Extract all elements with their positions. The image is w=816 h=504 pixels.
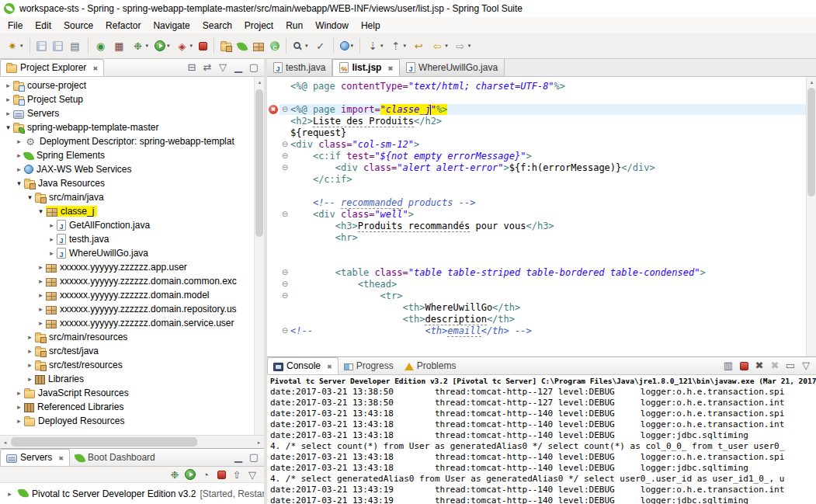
menu-navigate[interactable]: Navigate <box>147 19 196 33</box>
menu-run[interactable]: Run <box>280 19 309 33</box>
resume-button[interactable]: ◉ <box>92 36 110 55</box>
view-tab-boot-dashboard[interactable]: Boot Dashboard <box>70 449 161 466</box>
expand-arrow-icon[interactable] <box>14 137 24 145</box>
expand-arrow-icon[interactable] <box>14 417 24 425</box>
tree-item[interactable]: Spring Elements <box>0 148 264 162</box>
editor-tab-list-jsp[interactable]: list.jsp <box>332 59 400 76</box>
console-output[interactable]: Pivotal tc Server Developer Edition v3.2… <box>267 375 816 504</box>
back-button[interactable]: ⇦▾ <box>428 36 451 55</box>
expand-arrow-icon[interactable] <box>14 389 24 397</box>
terminate-button[interactable] <box>737 359 751 372</box>
new-package-button[interactable] <box>250 36 267 55</box>
expand-arrow-icon[interactable] <box>47 249 57 257</box>
start-server-button[interactable] <box>183 468 197 481</box>
fold-minus-icon[interactable] <box>280 151 290 160</box>
expand-arrow-icon[interactable] <box>47 235 57 243</box>
project-explorer-tree[interactable]: course-projectProject SetupServersspring… <box>0 77 264 435</box>
hscroll-thumb[interactable] <box>11 437 197 447</box>
scroll-left-icon[interactable] <box>0 436 10 449</box>
tree-item[interactable]: GetAllFonction.java <box>0 218 264 232</box>
dropdown-arrow-icon[interactable]: ▾ <box>445 43 448 49</box>
expand-arrow-icon[interactable] <box>36 277 46 285</box>
menu-window[interactable]: Window <box>309 19 355 33</box>
new-java-project-button[interactable] <box>217 36 234 55</box>
scroll-up-icon[interactable] <box>807 77 816 87</box>
collapse-all-button[interactable]: ⊟ <box>185 61 199 74</box>
project-explorer-hscrollbar[interactable] <box>0 435 264 448</box>
search-button[interactable]: ▾ <box>290 36 311 55</box>
view-tab-project-explorer[interactable]: Project Explorer <box>0 59 104 76</box>
new-class-button[interactable] <box>267 36 283 55</box>
next-annotation-button[interactable]: ⇣▾ <box>363 36 387 55</box>
expand-arrow-icon[interactable] <box>14 179 24 187</box>
view-tab-progress[interactable]: Progress <box>339 357 399 374</box>
close-view-icon[interactable] <box>58 452 64 463</box>
external-tools-button[interactable]: ◈▾ <box>173 36 196 55</box>
menu-help[interactable]: Help <box>355 19 387 33</box>
fold-minus-icon[interactable] <box>280 105 290 113</box>
dropdown-arrow-icon[interactable]: ▾ <box>305 43 308 49</box>
tree-scroll-thumb[interactable] <box>255 89 263 237</box>
fold-minus-icon[interactable] <box>280 268 290 276</box>
pe-minimize-button[interactable]: ▁ <box>231 61 245 74</box>
tree-item[interactable]: src/test/java <box>0 344 264 358</box>
tree-item[interactable]: testh.java <box>0 232 264 246</box>
fold-minus-icon[interactable] <box>280 326 290 335</box>
expand-arrow-icon[interactable] <box>5 490 15 498</box>
expand-arrow-icon[interactable] <box>25 347 35 355</box>
remove-all-launches-button[interactable]: ✖ <box>768 359 782 372</box>
servers-maximize-button[interactable]: ▢ <box>247 450 261 464</box>
expand-arrow-icon[interactable] <box>3 82 13 89</box>
dropdown-arrow-icon[interactable]: ▾ <box>190 43 193 49</box>
tree-item[interactable]: JAX-WS Web Services <box>0 162 264 176</box>
tree-item[interactable]: Deployed Resources <box>0 414 264 428</box>
publish-server-button[interactable]: ⇧ <box>230 468 244 481</box>
scroll-up-icon[interactable] <box>255 77 264 87</box>
dropdown-arrow-icon[interactable]: ▾ <box>351 43 354 49</box>
expand-arrow-icon[interactable] <box>3 109 13 117</box>
tree-item[interactable]: src/test/resources <box>0 358 264 372</box>
tree-item[interactable]: Servers <box>0 106 264 120</box>
tree-item[interactable]: Libraries <box>0 372 264 386</box>
tree-item[interactable]: ⚙Deployment Descriptor: spring-webapp-te… <box>0 134 264 148</box>
editor-tab-testh-java[interactable]: testh.java <box>267 59 332 76</box>
scroll-right-icon[interactable] <box>254 436 264 449</box>
editor-tab-whereuwillgo-java[interactable]: WhereUwillGo.java <box>400 59 505 76</box>
save-all-button[interactable] <box>50 36 66 55</box>
profile-server-button[interactable]: ◔ <box>199 468 213 481</box>
editor-scroll-thumb[interactable] <box>807 88 815 196</box>
previous-annotation-button[interactable]: ⇡▾ <box>387 36 410 55</box>
tree-item[interactable]: xxxxxx.yyyyyy.zzzzzz.domain.model <box>0 288 264 302</box>
close-tab-icon[interactable] <box>387 62 393 73</box>
console-view-menu-button[interactable]: ▽ <box>799 359 813 372</box>
fold-minus-icon[interactable] <box>280 280 290 288</box>
menu-file[interactable]: File <box>2 19 29 33</box>
servers-minimize-button[interactable]: ▁ <box>231 450 245 464</box>
expand-arrow-icon[interactable] <box>36 291 46 299</box>
close-view-icon[interactable] <box>327 360 332 371</box>
stop-server-button[interactable] <box>214 468 228 481</box>
task-button[interactable]: ✓ <box>311 36 330 55</box>
clear-console-button[interactable]: ▭ <box>783 359 797 372</box>
link-with-editor-button[interactable]: ⇄ <box>200 61 214 74</box>
tree-item[interactable]: course-project <box>0 78 264 92</box>
tree-item[interactable]: WhereUwillGo.java <box>0 246 264 260</box>
run-button[interactable]: ▾ <box>151 36 173 55</box>
dropdown-arrow-icon[interactable]: ▾ <box>146 43 149 49</box>
expand-arrow-icon[interactable] <box>25 193 35 201</box>
expand-arrow-icon[interactable] <box>25 361 35 369</box>
web-browser-button[interactable]: ▾ <box>337 36 357 55</box>
print-button[interactable]: ▤ <box>66 36 85 55</box>
expand-arrow-icon[interactable] <box>3 123 13 131</box>
new-spring-project-button[interactable] <box>234 36 250 55</box>
fold-minus-icon[interactable] <box>280 210 290 218</box>
tree-item[interactable]: xxxxxx.yyyyyy.zzzzzz.domain.repository.u… <box>0 302 264 316</box>
last-edit-location-button[interactable]: ↩ <box>409 36 428 55</box>
tree-item[interactable]: Java Resources <box>0 176 264 190</box>
stop-button[interactable] <box>196 36 210 55</box>
tree-item[interactable]: xxxxxx.yyyyyy.zzzzzz.domain.service.user <box>0 316 264 330</box>
tree-item[interactable]: Project Setup <box>0 92 264 106</box>
forward-button[interactable]: ⇨▾ <box>451 36 474 55</box>
servers-view-menu-button[interactable]: ▽ <box>245 468 259 481</box>
dropdown-arrow-icon[interactable]: ▾ <box>380 43 384 49</box>
